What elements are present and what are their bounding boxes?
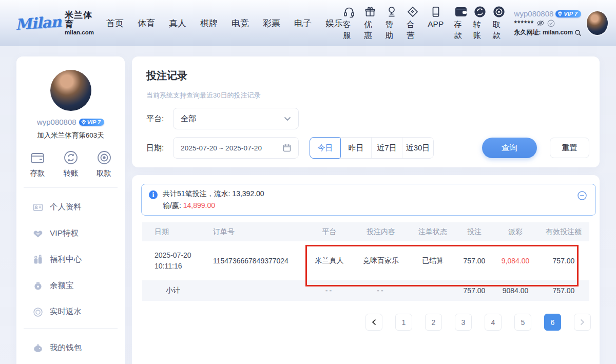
chevron-left-icon	[372, 319, 376, 325]
join-days-text: 加入米兰体育第603天	[16, 131, 125, 140]
collapse-icon[interactable]	[577, 190, 587, 201]
range-30days-button[interactable]: 近30日	[402, 138, 433, 158]
range-7days-button[interactable]: 近7日	[372, 138, 402, 158]
gift-icon	[364, 6, 376, 18]
platform-select[interactable]: 全部	[173, 108, 299, 129]
sidebar-withdraw-button[interactable]: 取款	[97, 150, 111, 178]
pagination-next-button[interactable]	[574, 314, 591, 331]
sidebar-item-label: 福利中心	[50, 254, 82, 265]
sidebar: wyp080808 VIP 7 加入米兰体育第603天 存款 转账 取款	[16, 56, 125, 364]
transfer-icon	[474, 6, 486, 18]
pagination-page-1[interactable]: 1	[395, 314, 412, 331]
table-header-row: 日期 订单号 平台 投注内容 注单状态 投注 派彩 有效投注额	[142, 222, 589, 241]
wallet-icon-label: 存款	[454, 20, 467, 41]
nav-item-slots[interactable]: 电子	[294, 17, 312, 29]
cell-order-no: 1154736667849377024	[204, 241, 306, 280]
sidebar-transfer-button[interactable]: 转账	[64, 150, 79, 178]
sidebar-item-label: 我的钱包	[50, 342, 82, 353]
sidebar-vip-badge: VIP 7	[79, 119, 105, 126]
platform-selected-value: 全部	[181, 114, 196, 124]
nav-item-home[interactable]: 首页	[106, 17, 124, 29]
check-circle-icon[interactable]	[547, 20, 555, 27]
nav-item-entertainment[interactable]: 娱乐	[325, 17, 343, 29]
cell-content: 竞咪百家乐	[352, 241, 410, 280]
vip-gem-icon	[557, 11, 563, 16]
withdraw-icon	[97, 150, 111, 165]
pagination-page-5[interactable]: 5	[514, 314, 531, 331]
sponsorship-button[interactable]: 赞助	[386, 6, 398, 41]
subtotal-bet: 757.00	[456, 280, 493, 301]
sidebar-item-wallet[interactable]: 我的钱包	[16, 335, 125, 361]
transfer-button[interactable]: 转账	[473, 6, 487, 41]
pagination-page-4[interactable]: 4	[485, 314, 502, 331]
subtotal-label: 小计	[142, 280, 204, 301]
subtotal-payout: 9084.00	[493, 280, 538, 301]
wallet-icon-label: 取款	[492, 20, 506, 41]
nav-item-live[interactable]: 真人	[169, 17, 186, 29]
subtotal-row: 小计 -- -- 757.00 9084.00 757.00	[142, 280, 589, 301]
promotions-button[interactable]: 优惠	[364, 6, 376, 41]
sidebar-item-label: 余额宝	[50, 280, 74, 291]
sidebar-item-profile[interactable]: 个人资料	[16, 194, 125, 220]
col-header-payout: 派彩	[493, 222, 538, 241]
table-row: 2025-07-20 10:11:16 1154736667849377024 …	[142, 241, 589, 280]
sidebar-item-vip[interactable]: VIP特权	[16, 220, 125, 246]
masked-balance: ******	[514, 19, 534, 27]
withdraw-button[interactable]: 取款	[492, 6, 506, 41]
user-info-block[interactable]: wyp080808 VIP 7 ****** 永久网址: milan.com	[514, 9, 583, 37]
search-button[interactable]: 查询	[482, 138, 537, 158]
range-yesterday-button[interactable]: 昨日	[341, 138, 372, 158]
sidebar-deposit-button[interactable]: 存款	[30, 150, 45, 178]
summary-banner: i 共计51笔投注，流水: 13,392.00 输/赢: 14,899.00	[141, 184, 596, 216]
app-download-button[interactable]: APP	[428, 6, 444, 41]
headset-icon	[343, 6, 355, 18]
transfer-icon	[64, 150, 78, 165]
nav-item-lottery[interactable]: 彩票	[263, 17, 280, 29]
col-header-order: 订单号	[204, 222, 306, 241]
pagination-prev-button[interactable]	[365, 314, 382, 331]
logo-domain: milan.com	[65, 29, 94, 35]
sidebar-item-welfare[interactable]: 福利中心	[16, 246, 125, 273]
partnership-button[interactable]: 合营	[407, 6, 419, 41]
col-header-platform: 平台	[306, 222, 352, 241]
sidebar-item-yuebao[interactable]: 余额宝	[16, 273, 125, 299]
pagination-page-6[interactable]: 6	[544, 314, 561, 331]
reset-button[interactable]: 重置	[550, 138, 589, 158]
cell-payout: 9,084.00	[493, 241, 538, 280]
nav-item-esports[interactable]: 电竞	[232, 17, 249, 29]
quick-icon-label: APP	[428, 20, 444, 29]
winloss-label: 输/赢:	[163, 201, 183, 209]
sidebar-item-rebate[interactable]: 实时返水	[16, 299, 125, 325]
range-today-button[interactable]: 今日	[310, 137, 341, 159]
header-wallet-icons: 存款 转账 取款	[454, 6, 506, 41]
rebate-icon	[33, 307, 43, 317]
logo-text: 米兰体育 milan.com	[65, 11, 94, 35]
deposit-button[interactable]: 存款	[454, 6, 467, 41]
sidebar-avatar[interactable]	[50, 70, 91, 111]
quick-icon-label: 赞助	[386, 20, 398, 41]
col-header-date: 日期	[142, 222, 204, 241]
logo[interactable]: Milan 米兰体育 milan.com	[15, 11, 94, 35]
subtotal-valid-bet: 757.00	[538, 280, 589, 301]
username: wyp080808	[514, 9, 554, 18]
pagination-page-3[interactable]: 3	[455, 314, 472, 331]
eye-off-icon[interactable]	[536, 20, 545, 27]
sidebar-username: wyp080808	[37, 118, 76, 126]
deposit-icon	[30, 150, 45, 165]
date-label: 日期:	[146, 143, 173, 153]
quick-icon-label: 优惠	[364, 20, 376, 41]
date-range-input[interactable]: 2025-07-20 ~ 2025-07-20	[173, 137, 299, 159]
avatar[interactable]	[587, 11, 608, 35]
col-header-validbet: 有效投注额	[538, 222, 589, 241]
page-title: 投注记录	[146, 69, 187, 83]
magnifier-icon[interactable]	[574, 29, 582, 36]
pagination-page-2[interactable]: 2	[425, 314, 442, 331]
customer-service-button[interactable]: 客服	[343, 6, 355, 41]
date-range-presets: 今日 昨日 近7日 近30日	[310, 137, 434, 159]
calendar-icon	[283, 144, 291, 152]
nav-item-cards[interactable]: 棋牌	[200, 17, 218, 29]
wallet-icon	[33, 343, 43, 353]
nav-item-sports[interactable]: 体育	[138, 17, 155, 29]
cell-date: 2025-07-20 10:11:16	[142, 241, 204, 280]
main-nav: 首页 体育 真人 棋牌 电竞 彩票 电子 娱乐	[106, 17, 343, 29]
